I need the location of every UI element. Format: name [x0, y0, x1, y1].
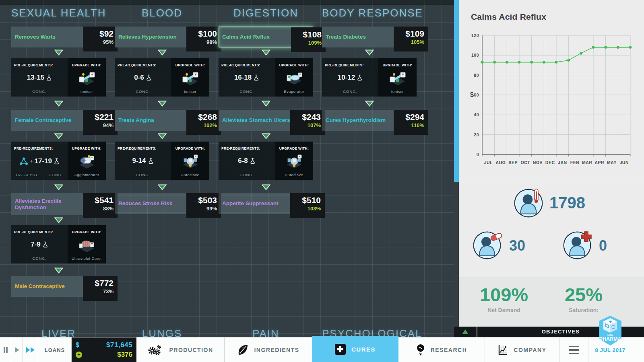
arrow-down-icon	[365, 49, 374, 56]
category-header: SEXUAL HEALTH	[11, 7, 106, 19]
leaf-icon	[237, 344, 248, 356]
upgrade-label: UPGRADE WITH:	[72, 63, 101, 67]
svg-text:20: 20	[474, 132, 479, 137]
conc-label: CONC.	[343, 89, 357, 94]
category-header: BODY RESPONSE	[322, 7, 417, 19]
cure-demand-percent: 105%	[411, 39, 424, 45]
concentration-range: 13-15	[27, 74, 44, 82]
flask-icon	[253, 74, 259, 81]
svg-text:60: 60	[474, 93, 479, 97]
pause-button[interactable]	[0, 337, 11, 362]
cure-price: $108	[303, 30, 322, 39]
cured-patients-stat	[564, 232, 590, 258]
tab-label: CURES	[351, 346, 376, 353]
flask-icon	[357, 74, 363, 81]
treated-patients-count: 30	[509, 237, 525, 254]
tab-ingredients[interactable]: INGREDIENTS	[225, 337, 312, 362]
arrow-down-icon	[158, 133, 167, 139]
cure-demand-percent: 98%	[206, 39, 217, 45]
cure-price: $503	[198, 195, 217, 205]
svg-text:80: 80	[474, 73, 479, 78]
cure-price: $109	[405, 29, 424, 38]
category-header: DIGESTION	[219, 7, 313, 19]
menu-button[interactable]	[559, 337, 588, 362]
price-history-chart: 020406080100120JULAUGSEPOCTNOVDECJANFEBM…	[466, 31, 637, 169]
cure-card-male-contraceptive[interactable]: Male Contraceptive $772 73%	[11, 276, 106, 297]
category-column-blood: BLOOD Relieves Hypertension $100 98% PRE…	[115, 0, 209, 362]
svg-text:NOV: NOV	[533, 160, 543, 165]
svg-text:100: 100	[471, 53, 479, 58]
plus-separator: +	[30, 158, 33, 164]
machine-name: Evaporator	[275, 89, 313, 94]
fast-forward-button[interactable]	[23, 337, 38, 362]
triangle-up-icon	[462, 329, 469, 334]
cure-price: $294	[405, 112, 424, 121]
conc-label: CONC.	[49, 173, 63, 177]
play-button[interactable]	[11, 337, 23, 362]
cash-balance: $71,645	[84, 341, 132, 349]
scrollbar-thumb[interactable]	[454, 0, 459, 182]
tab-research[interactable]: RESEARCH	[398, 337, 485, 362]
machine-name: Ultraviolet Curer	[68, 256, 106, 261]
scrollbar-track[interactable]	[454, 0, 459, 327]
upgrade-label: UPGRADE WITH:	[72, 230, 101, 234]
conc-label: CONC.	[136, 173, 150, 177]
bottom-toolbar: LOANS $ $71,645 + $376 PRODUCTION INGRED…	[0, 337, 644, 362]
machine-ultraviolet-curer-icon	[78, 237, 96, 253]
svg-text:SEP: SEP	[508, 160, 518, 165]
upgrade-label: UPGRADE WITH:	[72, 146, 101, 150]
conc-label: CONC.	[239, 89, 254, 94]
svg-text:40: 40	[474, 112, 479, 117]
cure-card-treats-diabetes[interactable]: Treats Diabetes $109 105%	[322, 27, 417, 47]
big-pharma-logo: BIG PHARMA	[594, 316, 626, 362]
cure-card-alleviates-erectile-dysfunction[interactable]: Alleviates Erectile Dysfunction $541 88%	[11, 193, 106, 215]
cure-card-female-contraceptive[interactable]: Female Contraceptive $221 94%	[11, 110, 106, 131]
gears-icon	[147, 344, 163, 356]
catalyst-icon	[19, 157, 28, 165]
category-column-sexual-health: SEXUAL HEALTH Removes Warts $92 95% PRE-…	[11, 0, 106, 362]
cure-card-relieves-hypertension[interactable]: Relieves Hypertension $100 98%	[115, 27, 209, 47]
machine-name: Ioniser	[378, 89, 417, 94]
cure-card-treats-angina[interactable]: Treats Angina $268 102%	[115, 110, 209, 131]
machine-autoclave-icon	[285, 154, 303, 170]
loans-button[interactable]: LOANS	[38, 337, 72, 362]
svg-text:DEC: DEC	[545, 160, 555, 165]
prereq-label: PRE-REQUIREMENTS:	[221, 146, 260, 150]
cure-card-reduces-stroke-risk[interactable]: Reduces Stroke Risk $503 99%	[115, 193, 209, 214]
prereq-box: PRE-REQUIREMENTS: + 17-19 CATALYST CONC.…	[11, 142, 106, 180]
arrow-down-icon	[54, 133, 63, 139]
concentration-range: 9-14	[132, 157, 146, 165]
cure-card-alleviates-stomach-ulcers[interactable]: Alleviates Stomach Ulcers $243 107%	[219, 110, 313, 131]
patient-avatar	[515, 190, 542, 216]
svg-text:JAN: JAN	[558, 160, 567, 165]
sick-patients-count: 1798	[549, 194, 585, 212]
tab-production[interactable]: PRODUCTION	[136, 337, 225, 362]
company-chart-icon	[497, 344, 508, 356]
cure-card-cures-hyperthyroidism[interactable]: Cures Hyperthyroidism $294 110%	[322, 110, 417, 131]
flask-icon	[54, 158, 60, 165]
prereq-label: PRE-REQUIREMENTS:	[118, 63, 157, 67]
machine-name: Agglomerator	[68, 173, 106, 177]
tab-company[interactable]: COMPANY	[485, 337, 559, 362]
svg-text:0: 0	[477, 152, 479, 157]
arrow-down-icon	[262, 184, 270, 190]
cure-demand-percent: 109%	[308, 40, 322, 46]
arrow-down-icon	[262, 49, 270, 56]
income-plus-icon: +	[76, 352, 82, 358]
flask-icon	[146, 74, 152, 81]
tab-label: PRODUCTION	[169, 347, 213, 353]
machine-name: Ioniser	[171, 89, 209, 94]
cure-card-appetite-suppressant[interactable]: Appetite Suppressant $510 103%	[219, 193, 313, 214]
tab-cures-active[interactable]: CURES	[312, 336, 398, 362]
machine-name: Ioniser	[68, 89, 106, 94]
cure-card-removes-warts[interactable]: Removes Warts $92 95%	[11, 27, 106, 47]
dollar-icon: $	[76, 341, 84, 349]
patient-avatar	[564, 232, 590, 258]
concentration-range: 0-6	[134, 74, 144, 82]
net-demand-value: 109%	[464, 284, 544, 306]
cure-card-calms-acid-reflux-selected[interactable]: Calms Acid Reflux $108 109%	[219, 27, 313, 47]
arrow-down-icon	[54, 49, 63, 56]
objectives-expand-button[interactable]	[454, 327, 477, 337]
logo-pharma-text: PHARMA	[599, 336, 621, 342]
concentration-range: 7-9	[31, 241, 41, 249]
